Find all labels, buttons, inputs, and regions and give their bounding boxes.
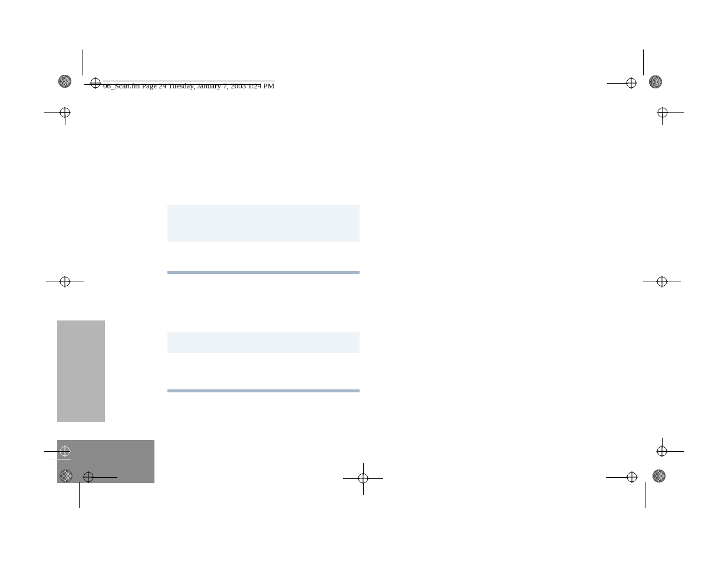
crop-mark-line bbox=[645, 482, 645, 508]
crop-mark-line bbox=[659, 112, 684, 113]
crop-mark-line bbox=[606, 477, 628, 478]
layout-bar bbox=[167, 271, 360, 274]
crop-mark-line bbox=[65, 114, 65, 125]
page-header-text: 06_Scan.fm Page 24 Tuesday, January 7, 2… bbox=[103, 80, 275, 91]
tab-block-light bbox=[57, 320, 105, 422]
crop-mark-line bbox=[666, 282, 681, 282]
crosshair-icon bbox=[625, 77, 637, 91]
pattern-circle-br bbox=[653, 470, 666, 482]
crosshair-icon bbox=[626, 471, 638, 485]
crop-mark-line bbox=[44, 451, 70, 452]
crop-mark-line bbox=[643, 49, 644, 75]
crop-mark-line bbox=[643, 282, 658, 282]
layout-block bbox=[167, 332, 360, 353]
crop-mark-line bbox=[79, 482, 80, 508]
crop-mark-line bbox=[46, 282, 61, 282]
crop-mark-line bbox=[91, 477, 117, 478]
layout-bar bbox=[167, 389, 360, 392]
crosshair-icon bbox=[59, 445, 71, 459]
crop-mark-line bbox=[363, 483, 364, 495]
crop-mark-line bbox=[662, 114, 663, 125]
crosshair-icon bbox=[59, 276, 71, 290]
crop-mark-line bbox=[46, 459, 71, 459]
crosshair-icon bbox=[90, 77, 101, 91]
crop-mark-line bbox=[363, 463, 364, 475]
crosshair-icon bbox=[656, 276, 668, 290]
crosshair-icon bbox=[657, 107, 668, 121]
crop-mark-line bbox=[83, 49, 83, 75]
pattern-circle-bl bbox=[60, 470, 73, 482]
crop-mark-line bbox=[343, 478, 360, 479]
pattern-circle-tl bbox=[58, 75, 71, 88]
pattern-circle-tr bbox=[649, 75, 662, 88]
header-text: 06_Scan.fm Page 24 Tuesday, January 7, 2… bbox=[103, 81, 275, 90]
crop-mark-line bbox=[68, 282, 84, 282]
crop-mark-line bbox=[658, 451, 684, 452]
layout-block bbox=[167, 205, 360, 242]
crop-mark-line bbox=[367, 478, 383, 479]
crop-mark-line bbox=[662, 438, 663, 448]
crop-mark-line bbox=[607, 83, 628, 84]
crosshair-icon bbox=[83, 471, 94, 485]
